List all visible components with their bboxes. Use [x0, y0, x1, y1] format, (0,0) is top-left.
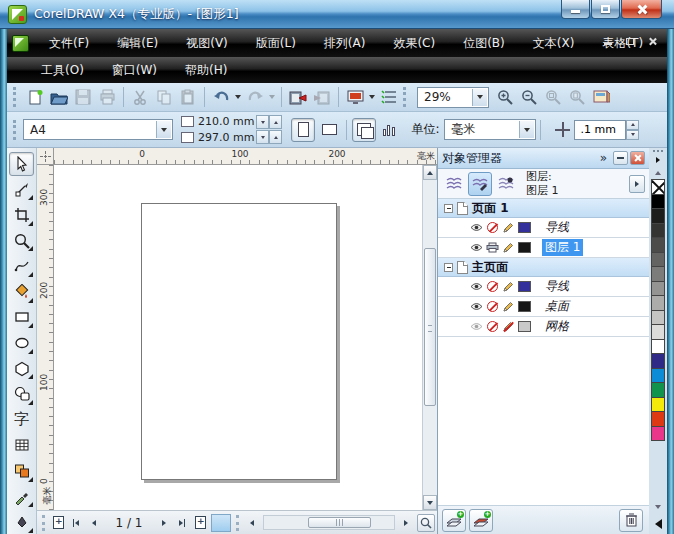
menu-item-1[interactable]: 编辑(E)	[107, 31, 168, 56]
palette-expand-button[interactable]	[651, 518, 665, 530]
export-button[interactable]	[310, 85, 334, 109]
docker-float-icon[interactable]: »	[600, 151, 607, 165]
layer-visibility-icon[interactable]	[470, 301, 483, 313]
current-page-button[interactable]	[378, 118, 402, 142]
polygon-tool[interactable]	[9, 357, 34, 381]
rectangle-tool[interactable]	[9, 306, 34, 330]
pick-tool[interactable]	[9, 152, 34, 176]
layer-printable-icon[interactable]	[486, 242, 499, 254]
layer-not-printable-icon[interactable]	[486, 222, 499, 234]
units-combo[interactable]: 毫米	[444, 119, 536, 140]
layer-color-swatch[interactable]	[518, 321, 531, 332]
ellipse-tool[interactable]	[9, 331, 34, 355]
layer-manager-view-button[interactable]	[494, 172, 518, 196]
new-document-button[interactable]	[23, 85, 47, 109]
palette-swatch[interactable]	[651, 368, 665, 384]
menu-item-4[interactable]: 排列(A)	[314, 31, 376, 56]
tree-group-page1[interactable]: 页面 1	[438, 199, 649, 218]
layer-row[interactable]: 导线	[438, 277, 649, 297]
layer-row[interactable]: 网格	[438, 317, 649, 337]
eyedropper-tool[interactable]	[9, 485, 34, 509]
palette-drag-handle[interactable]	[653, 150, 663, 152]
last-page-button[interactable]	[173, 514, 191, 532]
palette-swatch[interactable]	[651, 310, 665, 326]
maximize-button[interactable]	[591, 0, 620, 19]
layer-editable-icon[interactable]	[502, 242, 515, 254]
layer-row[interactable]: 桌面	[438, 297, 649, 317]
tree-group-master[interactable]: 主页面	[438, 258, 649, 277]
layer-not-printable-icon[interactable]	[486, 281, 499, 293]
save-button[interactable]	[71, 85, 95, 109]
navbar-grip[interactable]	[42, 515, 46, 531]
page-1-tab[interactable]	[211, 514, 231, 532]
new-layer-button[interactable]: +	[442, 509, 466, 532]
hscroll-thumb[interactable]	[308, 517, 370, 528]
outline-tool[interactable]	[9, 510, 34, 534]
paper-combo-dropdown[interactable]	[156, 121, 171, 138]
menu-item-5[interactable]: 效果(C)	[383, 31, 445, 56]
smart-fill-tool[interactable]	[9, 280, 34, 304]
layer-name[interactable]: 网格	[542, 318, 572, 335]
scroll-down-button[interactable]	[423, 495, 437, 510]
show-object-properties-button[interactable]	[442, 172, 466, 196]
navigator-button[interactable]	[417, 514, 435, 532]
new-master-layer-button[interactable]: +	[469, 509, 493, 532]
navbar-splitter[interactable]	[236, 515, 240, 531]
text-tool[interactable]: 字	[9, 408, 34, 432]
palette-swatch[interactable]	[651, 397, 665, 413]
palette-swatch[interactable]	[651, 426, 665, 442]
layer-editable-icon[interactable]	[502, 222, 515, 234]
layer-not-printable-icon[interactable]	[486, 321, 499, 333]
zoom-combo-dropdown[interactable]	[472, 89, 487, 106]
all-pages-button[interactable]	[352, 118, 376, 142]
vscroll-track[interactable]	[423, 180, 437, 495]
page-indicator[interactable]: 1 / 1	[103, 516, 155, 530]
hscroll-track[interactable]	[263, 515, 395, 530]
delete-layer-button[interactable]	[619, 509, 643, 532]
layer-editable-icon[interactable]	[502, 281, 515, 293]
palette-flyout-button[interactable]	[651, 154, 665, 166]
vscroll-thumb[interactable]	[424, 248, 436, 406]
palette-scroll-down-button[interactable]	[651, 501, 665, 513]
redo-button[interactable]	[243, 85, 267, 109]
layer-editable-icon[interactable]	[502, 301, 515, 313]
layer-not-printable-icon[interactable]	[486, 301, 499, 313]
next-page-button[interactable]	[155, 514, 173, 532]
portrait-button[interactable]	[291, 118, 315, 142]
document-app-icon[interactable]	[12, 35, 29, 52]
document-page[interactable]	[141, 203, 337, 480]
palette-swatch[interactable]	[651, 237, 665, 253]
add-page-after-button[interactable]	[191, 514, 209, 532]
layer-name[interactable]: 图层 1	[542, 239, 583, 256]
palette-swatch[interactable]	[651, 266, 665, 282]
layer-color-swatch[interactable]	[518, 242, 531, 253]
paper-type-combo[interactable]: A4	[23, 119, 173, 140]
menu-item-2[interactable]: 视图(V)	[176, 31, 238, 56]
menu-item-0[interactable]: 工具(O)	[31, 58, 94, 83]
cut-button[interactable]	[128, 85, 152, 109]
menu-item-6[interactable]: 位图(B)	[453, 31, 515, 56]
layer-locked-icon[interactable]	[502, 321, 515, 333]
palette-swatch[interactable]	[651, 281, 665, 297]
copy-button[interactable]	[152, 85, 176, 109]
doc-close-button[interactable]	[645, 35, 659, 47]
hscroll-right-button[interactable]	[397, 514, 415, 532]
open-button[interactable]	[47, 85, 71, 109]
hscroll-left-button[interactable]	[243, 514, 261, 532]
paper-height-stepper[interactable]	[256, 130, 282, 144]
docker-flyout-button[interactable]	[629, 175, 645, 193]
menu-item-0[interactable]: 文件(F)	[39, 31, 99, 56]
zoom-tool[interactable]	[9, 229, 34, 253]
collapse-expander-icon[interactable]	[444, 263, 453, 272]
add-page-before-button[interactable]	[49, 514, 67, 532]
layer-name[interactable]: 导线	[542, 219, 572, 236]
zoom-to-selection-button[interactable]	[541, 85, 565, 109]
table-tool[interactable]	[9, 434, 34, 458]
welcome-screen-button[interactable]	[589, 85, 613, 109]
palette-swatch[interactable]	[651, 208, 665, 224]
freehand-tool[interactable]	[9, 254, 34, 278]
zoom-level-combo[interactable]: 29%	[417, 87, 489, 108]
interactive-blend-tool[interactable]	[9, 459, 34, 483]
shape-tool[interactable]	[9, 178, 34, 202]
docker-collapse-button[interactable]	[613, 151, 628, 165]
